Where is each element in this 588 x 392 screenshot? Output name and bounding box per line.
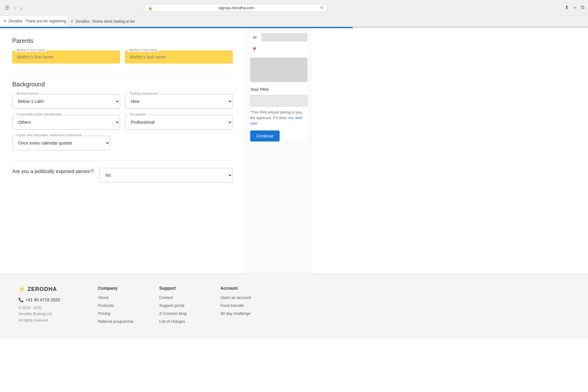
background-section-title: Background	[12, 81, 233, 88]
footer: ⚡ ZERODHA 📞 +91 80 4719 2020 © 2010 - 20…	[0, 273, 588, 339]
footer-support: Support Contact Support portal Z-Connect…	[159, 286, 208, 327]
brand-copyright: © 2010 - 2020 Zerodha Broking Ltd. All r…	[18, 305, 86, 323]
email-info-box	[261, 33, 307, 42]
open-account-link[interactable]: Open an account	[221, 295, 251, 300]
mother-first-name-input[interactable]	[12, 51, 120, 63]
list-of-charges-link[interactable]: List of charges	[159, 319, 185, 324]
pan-title: Your PAN	[250, 87, 307, 92]
list-item: Open an account	[221, 295, 276, 300]
list-item: Pricing	[98, 311, 147, 316]
annual-income-label: Annual income	[15, 92, 40, 95]
mother-last-name-label: Mother's last name	[128, 48, 159, 52]
income-experience-row: Annual income Below 1 Lakh 1-5 Lakh 5-10…	[12, 94, 233, 109]
support-portal-link[interactable]: Support portal	[159, 303, 184, 308]
browser-actions: ⬆ ＋ ⧉	[565, 5, 584, 11]
location-icon: 📍	[250, 45, 259, 54]
url-text: signup.zerodha.com	[154, 6, 318, 10]
parents-section-title: Parents	[12, 37, 233, 44]
phone-number: +91 80 4719 2020	[25, 297, 60, 302]
footer-company-links: About Products Pricing Referral programm…	[98, 295, 147, 324]
mother-first-name-field: Mother's first name	[12, 51, 120, 63]
list-item: List of charges	[159, 319, 208, 324]
phone-icon: 📞	[18, 297, 24, 302]
list-item: 60 day challenge	[221, 311, 276, 316]
footer-account-links: Open an account Fund transfer 60 day cha…	[221, 295, 276, 316]
list-item: Z-Connect blog	[159, 311, 208, 316]
settlement-field: Funds and Securities settlement preferen…	[12, 136, 110, 150]
share-icon[interactable]: ⬆	[565, 5, 569, 11]
mother-last-name-field: Mother's last name	[125, 51, 233, 63]
tab-zerodha[interactable]: Z Zerodha - Online stock trading at lowe…	[67, 16, 135, 27]
main-layout: Parents Mother's first name Mother's las…	[0, 28, 588, 273]
new-tab-icon[interactable]: ＋	[572, 5, 577, 11]
settlement-select[interactable]: Once every calendar quarter Daily Weekly…	[12, 136, 110, 150]
zerodha-favicon: Z	[71, 20, 73, 23]
footer-company-heading: Company	[98, 286, 147, 291]
footer-grid: ⚡ ZERODHA 📞 +91 80 4719 2020 © 2010 - 20…	[18, 286, 570, 327]
right-sidebar: ✉ 📍 Your PAN *This PAN should belong to …	[245, 28, 312, 273]
brand-name: ZERODHA	[28, 286, 57, 292]
pan-section: ✉ 📍 Your PAN *This PAN should belong to …	[250, 33, 307, 141]
mother-first-name-label: Mother's first name	[15, 48, 46, 52]
politically-exposed-field: No Yes	[100, 168, 233, 183]
commodity-trade-field: Commodity trade classification Others He…	[12, 115, 120, 130]
tabs-icon[interactable]: ⧉	[581, 5, 584, 11]
back-button[interactable]: ‹	[13, 4, 17, 12]
sidebar-location-row: 📍	[250, 45, 307, 54]
footer-support-heading: Support	[159, 286, 208, 291]
lock-icon: 🔒	[148, 6, 153, 10]
list-item: About	[98, 295, 147, 300]
list-item: Contact	[159, 295, 208, 300]
footer-account-heading: Account	[221, 286, 276, 291]
background-section: Background Annual income Below 1 Lakh 1-…	[12, 81, 233, 150]
pan-input[interactable]	[250, 95, 307, 107]
sidebar-map-box	[250, 58, 307, 82]
tab-bar: ✉ Zerodha - Thank you for registering wi…	[0, 16, 588, 27]
pan-note: *This PAN should belong to you, the appl…	[250, 110, 307, 126]
mother-last-name-input[interactable]	[125, 51, 233, 63]
trading-experience-select[interactable]: New 1-2 years 2-5 years 5+ years	[125, 94, 233, 109]
brand-phone: 📞 +91 80 4719 2020	[18, 297, 86, 302]
parents-form-row: Mother's first name Mother's last name	[12, 51, 233, 63]
footer-account: Account Open an account Fund transfer 60…	[221, 286, 276, 327]
settlement-label: Funds and Securities settlement preferen…	[15, 133, 83, 137]
commodity-trade-label: Commodity trade classification	[15, 112, 63, 116]
settlement-row: Funds and Securities settlement preferen…	[12, 136, 233, 150]
politically-exposed-question: Are you a politically exposed person?	[12, 168, 93, 175]
continue-button[interactable]: Continue	[250, 130, 280, 141]
occupation-label: Occupation	[128, 112, 148, 116]
tab2-title: Zerodha - Online stock trading at lowest…	[75, 19, 135, 24]
footer-support-links: Contact Support portal Z-Connect blog Li…	[159, 295, 208, 324]
left-content: Parents Mother's first name Mother's las…	[0, 28, 245, 273]
products-link[interactable]: Products	[98, 303, 114, 308]
annual-income-select[interactable]: Below 1 Lakh 1-5 Lakh 5-10 Lakh 10-25 La…	[12, 94, 120, 109]
commodity-occupation-row: Commodity trade classification Others He…	[12, 115, 233, 130]
reload-button[interactable]: ↻	[320, 6, 324, 10]
footer-brand: ⚡ ZERODHA 📞 +91 80 4719 2020 © 2010 - 20…	[18, 286, 86, 327]
tab-gmail[interactable]: ✉ Zerodha - Thank you for registering wi…	[0, 16, 67, 27]
email-icon: ✉	[250, 33, 259, 42]
occupation-select[interactable]: Professional Business Retired Housewife …	[125, 115, 233, 130]
contact-link[interactable]: Contact	[159, 295, 173, 300]
section-divider-1	[12, 73, 233, 74]
z-connect-link[interactable]: Z-Connect blog	[159, 311, 187, 316]
politically-exposed-select[interactable]: No Yes	[100, 168, 233, 183]
list-item: Products	[98, 303, 147, 308]
referral-link[interactable]: Referral programme	[98, 319, 134, 324]
address-bar[interactable]: 🔒 signup.zerodha.com ↻	[144, 4, 328, 12]
tab1-title: Zerodha - Thank you for registering with…	[9, 19, 67, 23]
list-item: Fund transfer	[221, 303, 276, 308]
politically-exposed-section: Are you a politically exposed person? No…	[12, 168, 233, 183]
sidebar-email-row: ✉	[250, 33, 307, 42]
commodity-trade-select[interactable]: Others Hedger Speculator	[12, 115, 120, 130]
parents-section: Parents Mother's first name Mother's las…	[12, 37, 233, 63]
sixty-day-challenge-link[interactable]: 60 day challenge	[221, 311, 251, 316]
browser-controls: ☰ ‹ ›	[4, 4, 24, 12]
sidebar-button[interactable]: ☰	[4, 4, 10, 12]
zerodha-logo-icon: ⚡	[18, 286, 25, 292]
about-link[interactable]: About	[98, 295, 108, 300]
forward-button[interactable]: ›	[19, 4, 23, 12]
occupation-field: Occupation Professional Business Retired…	[125, 115, 233, 130]
pricing-link[interactable]: Pricing	[98, 311, 110, 316]
fund-transfer-link[interactable]: Fund transfer	[221, 303, 244, 308]
